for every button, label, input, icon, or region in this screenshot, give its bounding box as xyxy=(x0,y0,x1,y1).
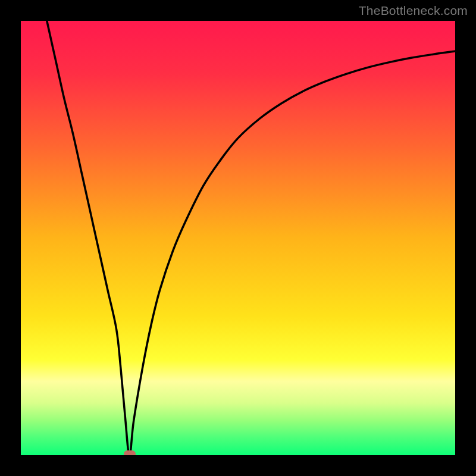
plot-area xyxy=(21,21,455,455)
chart-frame: TheBottleneck.com xyxy=(0,0,476,476)
minimum-marker xyxy=(124,450,136,455)
watermark-text: TheBottleneck.com xyxy=(359,4,468,18)
curve-line xyxy=(21,21,455,455)
